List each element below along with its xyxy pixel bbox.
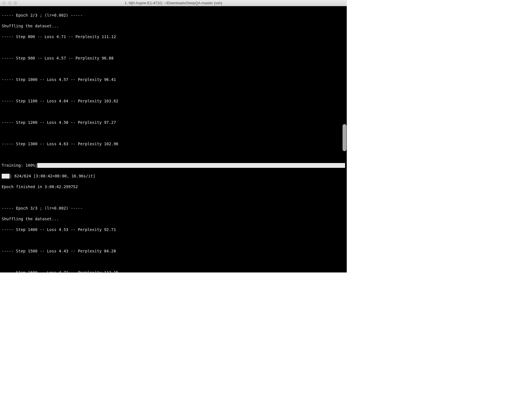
terminal-content[interactable]: ----- Epoch 2/3 ; (lr=0.002) ----- Shuff… [0,6,347,272]
terminal-line [2,195,345,200]
progress-bar-fill [2,174,10,179]
terminal-line [2,45,345,50]
progress-bar-fill [37,163,345,168]
progress-remainder-line: | 624/624 [3:08:42<00:00, 16.96s/it] [2,173,345,179]
terminal-line [2,259,345,265]
terminal-line: ----- Step 1000 -- Loss 4.57 -- Perplexi… [2,77,345,82]
terminal-line [2,109,345,115]
scrollbar-thumb[interactable] [343,124,346,151]
progress-stats: | 624/624 [3:08:42<00:00, 16.96s/it] [10,173,95,179]
terminal-line: ----- Step 1600 -- Loss 4.72 -- Perplexi… [2,270,345,272]
terminal-line: ----- Step 900 -- Loss 4.57 -- Perplexit… [2,56,345,61]
terminal-line [2,131,345,136]
terminal-line: ----- Epoch 3/3 ; (lr=0.002) ----- [2,206,345,211]
close-icon[interactable] [2,1,6,5]
minimize-icon[interactable] [8,1,11,5]
terminal-window: 1. f@f-Aspire-E1-471G: ~/Downloads/DeepQ… [0,0,347,272]
terminal-line: ----- Step 800 -- Loss 4.71 -- Perplexit… [2,34,345,39]
window-titlebar[interactable]: 1. f@f-Aspire-E1-471G: ~/Downloads/DeepQ… [0,0,347,6]
terminal-line [2,238,345,243]
window-title: 1. f@f-Aspire-E1-471G: ~/Downloads/DeepQ… [125,1,222,5]
maximize-icon[interactable] [14,1,17,5]
terminal-line: ----- Step 1400 -- Loss 4.53 -- Perplexi… [2,227,345,232]
terminal-line: ----- Step 1100 -- Loss 4.64 -- Perplexi… [2,98,345,104]
terminal-line [2,88,345,93]
terminal-line [2,66,345,72]
terminal-line: ----- Step 1200 -- Loss 4.58 -- Perplexi… [2,120,345,125]
terminal-line [2,152,345,157]
progress-label: Training: 100%| [2,163,37,168]
terminal-line: Epoch finished in 3:08:42.299752 [2,184,345,190]
terminal-line: ----- Epoch 2/3 ; (lr=0.002) ----- [2,13,345,18]
terminal-line: Shuffling the dataset... [2,216,345,222]
traffic-lights [2,1,17,5]
terminal-line: ----- Step 1300 -- Loss 4.63 -- Perplexi… [2,141,345,147]
terminal-line: ----- Step 1500 -- Loss 4.43 -- Perplexi… [2,248,345,254]
progress-bar-line: Training: 100%| [2,163,345,168]
terminal-line: Shuffling the dataset... [2,23,345,29]
